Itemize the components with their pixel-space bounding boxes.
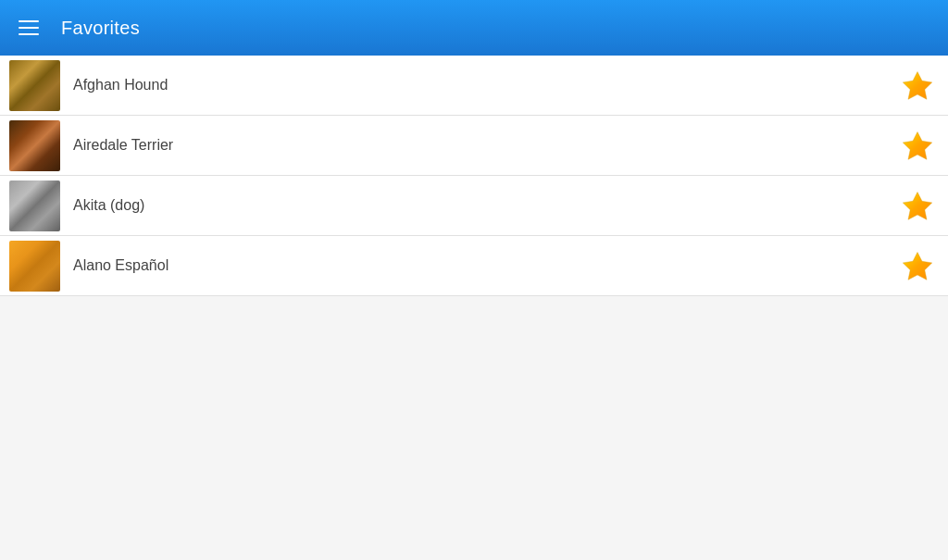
- svg-marker-1: [903, 132, 931, 160]
- star-icon: [902, 130, 933, 161]
- menu-button[interactable]: [15, 17, 43, 39]
- svg-marker-3: [903, 253, 931, 280]
- favorite-star-afghan-hound[interactable]: [887, 60, 948, 110]
- favorite-star-alano-espanol[interactable]: [887, 241, 948, 291]
- list-item[interactable]: Afghan Hound: [0, 56, 948, 116]
- star-icon: [902, 69, 933, 101]
- app-toolbar: Favorites: [0, 0, 948, 56]
- list-item[interactable]: Alano Español: [0, 236, 948, 296]
- star-icon: [902, 250, 933, 281]
- list-item[interactable]: Airedale Terrier: [0, 116, 948, 176]
- favorite-star-airedale-terrier[interactable]: [887, 120, 948, 170]
- favorites-list: Afghan Hound Airedale Terrier: [0, 56, 948, 296]
- list-item[interactable]: Akita (dog): [0, 176, 948, 236]
- toolbar-title: Favorites: [61, 18, 140, 39]
- svg-marker-0: [903, 72, 931, 100]
- svg-marker-2: [903, 193, 931, 220]
- dog-thumbnail-afghan-hound: [9, 60, 60, 111]
- dog-thumbnail-alano-espanol: [9, 241, 60, 292]
- favorite-star-akita-dog[interactable]: [887, 180, 948, 230]
- dog-thumbnail-akita-dog: [9, 180, 60, 231]
- dog-name-akita-dog: Akita (dog): [73, 197, 887, 214]
- dog-name-afghan-hound: Afghan Hound: [73, 77, 887, 93]
- star-icon: [902, 190, 933, 221]
- dog-name-airedale-terrier: Airedale Terrier: [73, 137, 887, 154]
- dog-thumbnail-airedale-terrier: [9, 120, 60, 171]
- dog-name-alano-espanol: Alano Español: [73, 257, 887, 274]
